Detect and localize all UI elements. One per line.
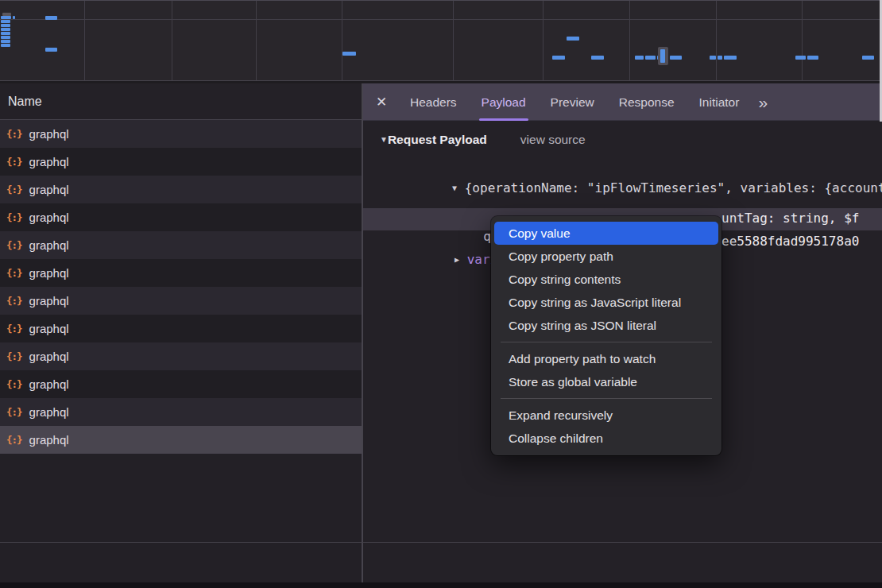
json-file-icon: {:}	[6, 128, 22, 140]
request-name: graphql	[29, 155, 69, 168]
request-timing-bar	[1, 16, 11, 19]
detail-tab-bar: ✕ HeadersPayloadPreviewResponseInitiator…	[363, 83, 882, 121]
tab-initiator[interactable]: Initiator	[689, 83, 750, 121]
request-name: graphql	[29, 405, 69, 419]
menu-item-copy-string-as-json-literal[interactable]: Copy string as JSON literal	[494, 314, 718, 337]
request-name: graphql	[29, 266, 69, 280]
request-row[interactable]: {:}graphql	[0, 148, 362, 176]
request-timing-bar	[718, 56, 722, 60]
menu-item-add-property-path-to-watch[interactable]: Add property path to watch	[494, 347, 718, 370]
section-title: Request Payload	[388, 133, 487, 146]
json-file-icon: {:}	[6, 239, 22, 251]
view-source-link[interactable]: view source	[520, 133, 586, 146]
request-row[interactable]: {:}graphql	[0, 259, 362, 287]
request-name: graphql	[29, 322, 69, 335]
request-timing-bar	[1, 24, 10, 27]
tab-payload[interactable]: Payload	[471, 83, 536, 121]
request-name: graphql	[29, 211, 69, 224]
request-timing-bar	[1, 40, 10, 43]
request-timing-bar	[1, 32, 10, 35]
close-icon[interactable]: ✕	[363, 94, 400, 110]
json-file-icon: {:}	[6, 406, 22, 418]
request-timing-bar	[1, 20, 10, 23]
menu-item-store-as-global-variable[interactable]: Store as global variable	[494, 370, 718, 393]
request-name: graphql	[29, 238, 69, 252]
request-row[interactable]: {:}graphql	[0, 120, 362, 148]
request-row[interactable]: {:}graphql	[0, 370, 362, 398]
overview-gridline	[256, 1, 257, 80]
request-timing-bar	[13, 16, 15, 19]
property-value-continuation: untTag: string, $f	[721, 211, 859, 226]
request-timing-bar	[45, 48, 57, 52]
request-timing-bar	[710, 56, 716, 60]
request-row[interactable]: {:}graphql	[0, 176, 362, 203]
overview-gridline	[543, 1, 544, 80]
request-timing-bar	[862, 56, 874, 60]
request-name: graphql	[29, 377, 69, 391]
overview-gridline	[802, 1, 803, 80]
request-name: graphql	[29, 294, 69, 308]
request-timing-bar	[1, 44, 10, 47]
json-file-icon: {:}	[6, 267, 22, 279]
request-timing-bar	[724, 56, 737, 60]
tab-preview[interactable]: Preview	[540, 83, 605, 121]
request-row[interactable]: {:}graphql	[0, 231, 362, 259]
request-list: {:}graphql{:}graphql{:}graphql{:}graphql…	[0, 120, 362, 454]
menu-item-copy-property-path[interactable]: Copy property path	[494, 245, 718, 268]
menu-item-collapse-children[interactable]: Collapse children	[494, 427, 718, 450]
overview-gridline	[453, 1, 454, 80]
json-file-icon: {:}	[6, 295, 22, 307]
request-row[interactable]: {:}graphql	[0, 342, 362, 370]
json-file-icon: {:}	[6, 156, 22, 168]
json-file-icon: {:}	[6, 350, 22, 362]
request-name: graphql	[29, 183, 69, 196]
overview-gridline-horizontal	[0, 19, 882, 20]
overview-gridline	[84, 1, 85, 80]
variables-value-continuation: ee5588fdad995178a0	[721, 234, 859, 249]
json-file-icon: {:}	[6, 378, 22, 390]
request-row[interactable]: {:}graphql	[0, 315, 362, 342]
overview-gridline	[629, 1, 630, 80]
menu-separator	[501, 398, 712, 399]
bottom-divider	[0, 542, 882, 543]
request-timing-bar	[342, 52, 356, 56]
selected-request-bar	[660, 49, 665, 63]
request-timing-bar	[635, 56, 644, 60]
tab-headers[interactable]: Headers	[400, 83, 467, 121]
collapse-triangle-icon[interactable]: ▼	[380, 135, 388, 144]
request-name: graphql	[29, 350, 69, 363]
request-row[interactable]: {:}graphql	[0, 398, 362, 426]
menu-item-copy-value[interactable]: Copy value	[494, 222, 718, 245]
window-footer	[0, 582, 882, 588]
name-column-header[interactable]: Name	[0, 83, 362, 120]
menu-item-copy-string-contents[interactable]: Copy string contents	[494, 268, 718, 291]
request-timing-bar	[795, 56, 806, 60]
request-timing-bar	[645, 56, 656, 60]
context-menu: Copy valueCopy property pathCopy string …	[491, 216, 721, 455]
request-timing-bar	[1, 36, 10, 39]
tab-strip: HeadersPayloadPreviewResponseInitiator	[400, 83, 753, 121]
request-row[interactable]: {:}graphql	[0, 203, 362, 231]
request-timing-bar	[1, 28, 10, 31]
overview-gridline	[716, 1, 717, 80]
json-file-icon: {:}	[6, 211, 22, 223]
request-name: graphql	[29, 433, 69, 447]
json-file-icon: {:}	[6, 323, 22, 335]
overview-gridline	[342, 1, 342, 80]
network-overview[interactable]	[0, 0, 882, 81]
more-tabs-icon[interactable]: »	[758, 83, 768, 121]
request-timing-bar	[552, 56, 565, 60]
menu-separator	[501, 342, 712, 342]
request-timing-bar	[807, 56, 818, 60]
devtools-network-panel: Name {:}graphql{:}graphql{:}graphql{:}gr…	[0, 0, 882, 588]
request-row[interactable]: {:}graphql	[0, 426, 362, 454]
request-name: graphql	[29, 127, 69, 141]
request-list-panel: Name {:}graphql{:}graphql{:}graphql{:}gr…	[0, 83, 362, 588]
menu-item-copy-string-as-javascript-literal[interactable]: Copy string as JavaScript literal	[494, 291, 718, 314]
tab-response[interactable]: Response	[609, 83, 685, 121]
request-row[interactable]: {:}graphql	[0, 287, 362, 315]
overview-gridline	[172, 1, 172, 80]
request-timing-bar	[670, 56, 682, 60]
request-timing-bar	[591, 56, 604, 60]
menu-item-expand-recursively[interactable]: Expand recursively	[494, 404, 718, 427]
